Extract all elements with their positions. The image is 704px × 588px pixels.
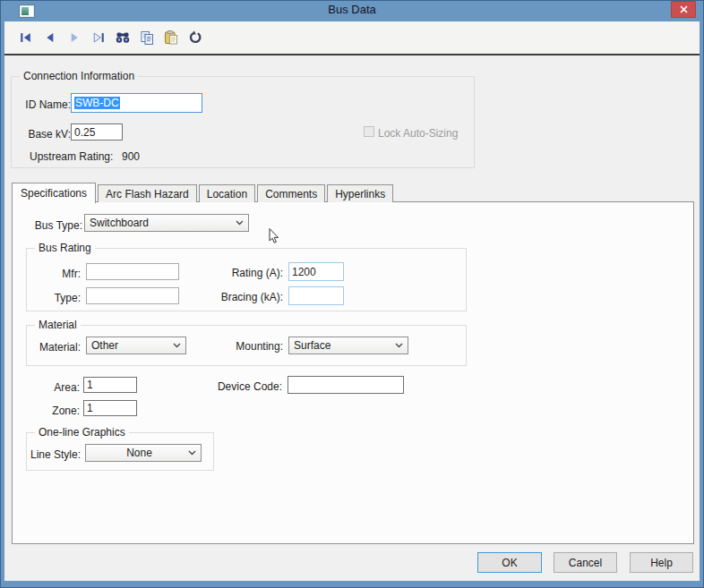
tab-specifications[interactable]: Specifications (12, 183, 96, 203)
first-record-button[interactable] (16, 28, 36, 47)
chevron-down-icon (395, 343, 403, 348)
base-kv-value: 0.25 (74, 126, 95, 139)
material-value: Other (91, 339, 173, 352)
paste-button[interactable] (161, 28, 181, 47)
last-record-button[interactable] (89, 28, 108, 47)
close-icon (680, 5, 688, 13)
rating-a-label: Rating (A): (193, 267, 283, 279)
lock-auto-sizing-checkbox[interactable] (364, 126, 374, 137)
rating-a-value: 1200 (292, 266, 316, 278)
connection-information-group: Connection Information ID Name: SWB-DC B… (11, 76, 475, 168)
lock-auto-sizing-label: Lock Auto-Sizing (378, 127, 458, 140)
find-button[interactable] (113, 28, 133, 47)
tab-comments[interactable]: Comments (257, 184, 325, 202)
id-name-input[interactable]: SWB-DC (71, 93, 202, 113)
zone-value: 1 (87, 402, 93, 414)
type-label: Type: (27, 292, 81, 304)
material-label: Material: (27, 341, 81, 354)
mfr-input[interactable] (86, 263, 179, 280)
rating-a-input[interactable]: 1200 (288, 262, 344, 281)
id-name-selected-text: SWB-DC (74, 97, 120, 109)
copy-button[interactable] (137, 28, 157, 47)
base-kv-label: Base kV: (15, 128, 71, 141)
bus-rating-group: Bus Rating Mfr: Rating (A): 1200 Type: B… (26, 248, 467, 311)
next-record-button[interactable] (64, 28, 84, 47)
bus-data-dialog: Bus Data (0, 0, 704, 588)
record-toolbar (4, 21, 700, 55)
zone-label: Zone: (30, 405, 80, 417)
type-input[interactable] (86, 287, 179, 304)
help-button[interactable]: Help (630, 552, 693, 573)
tab-location[interactable]: Location (199, 184, 255, 202)
device-code-input[interactable] (288, 376, 404, 394)
bracing-ka-label: Bracing (kA): (193, 291, 283, 303)
mounting-combobox[interactable]: Surface (288, 337, 408, 354)
bus-type-value: Switchboard (90, 217, 236, 229)
cancel-button[interactable]: Cancel (554, 552, 617, 573)
next-record-icon (66, 30, 82, 46)
previous-record-icon (42, 30, 58, 46)
material-combobox[interactable]: Other (86, 337, 186, 354)
first-record-icon (18, 30, 34, 46)
previous-record-button[interactable] (40, 28, 60, 47)
line-style-value: None (90, 447, 188, 459)
line-style-label: Line Style: (27, 448, 81, 461)
bus-type-combobox[interactable]: Switchboard (84, 214, 249, 232)
last-record-icon (90, 30, 107, 46)
mfr-label: Mfr: (27, 268, 81, 280)
one-line-graphics-legend: One-line Graphics (35, 426, 129, 439)
area-label: Area: (30, 381, 80, 394)
paste-icon (163, 30, 179, 46)
close-button[interactable] (671, 1, 696, 18)
ok-button[interactable]: OK (477, 552, 542, 573)
connection-information-legend: Connection Information (20, 70, 138, 82)
device-code-label: Device Code: (169, 380, 282, 393)
chevron-down-icon (236, 220, 244, 226)
area-value: 1 (87, 379, 93, 391)
chevron-down-icon (173, 343, 181, 348)
tab-hyperlinks[interactable]: Hyperlinks (327, 184, 393, 202)
copy-icon (139, 30, 155, 46)
bus-rating-legend: Bus Rating (35, 242, 95, 254)
material-group: Material Material: Other Mounting: Surfa… (26, 325, 467, 366)
material-legend: Material (35, 319, 81, 331)
area-input[interactable]: 1 (83, 377, 137, 393)
zone-input[interactable]: 1 (83, 400, 137, 416)
line-style-combobox[interactable]: None (85, 444, 202, 462)
mouse-cursor (269, 228, 279, 244)
base-kv-input[interactable]: 0.25 (71, 124, 123, 141)
chevron-down-icon (188, 450, 196, 456)
tab-arc-flash-hazard[interactable]: Arc Flash Hazard (98, 184, 197, 202)
find-icon (115, 30, 131, 46)
mounting-label: Mounting: (193, 340, 283, 353)
upstream-rating-label: Upstream Rating: (30, 150, 113, 163)
undo-icon (187, 30, 203, 46)
one-line-graphics-group: One-line Graphics Line Style: None (26, 432, 214, 471)
upstream-rating-value: 900 (122, 150, 140, 163)
specifications-page: Bus Type: Switchboard Bus Rating Mfr: Ra… (12, 201, 694, 544)
tab-strip: Specifications Arc Flash Hazard Location… (12, 182, 395, 202)
bus-type-label: Bus Type: (20, 219, 82, 232)
bracing-ka-input[interactable] (288, 286, 344, 305)
id-name-label: ID Name: (15, 98, 71, 111)
mounting-value: Surface (294, 339, 395, 352)
titlebar: Bus Data (0, 0, 704, 21)
undo-button[interactable] (185, 28, 205, 47)
window-title: Bus Data (0, 3, 704, 16)
